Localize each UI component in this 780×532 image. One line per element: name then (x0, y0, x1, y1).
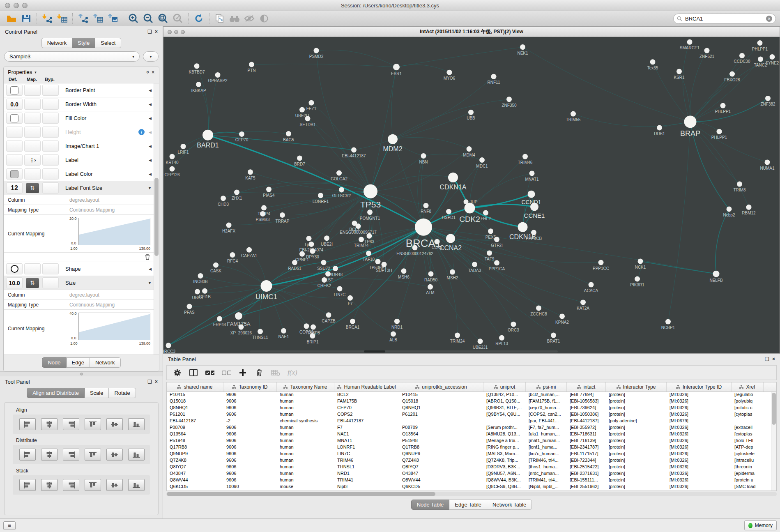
export-image-button[interactable] (105, 12, 120, 25)
align-horizontal-center-button[interactable] (41, 418, 58, 430)
network-node[interactable] (421, 153, 426, 159)
network-node[interactable] (415, 219, 432, 236)
network-node[interactable] (226, 223, 232, 228)
chevron-down-icon[interactable]: ▾ (35, 70, 37, 74)
default-value-cell[interactable] (6, 168, 23, 180)
network-edge[interactable] (393, 76, 494, 139)
default-value-cell[interactable] (6, 113, 23, 124)
continuous-mapping-chart[interactable]: 40.0 0.0 1.00 139.00 (69, 311, 151, 346)
float-panel-icon[interactable]: ❑ (765, 357, 769, 362)
network-node[interactable] (310, 333, 315, 339)
network-node[interactable] (464, 199, 469, 204)
collapse-all-icon[interactable]: « (150, 71, 156, 74)
network-node[interactable] (350, 319, 355, 324)
open-session-button[interactable] (4, 12, 19, 25)
mapping-cell[interactable]: ⇅ (24, 277, 41, 288)
network-node[interactable] (559, 313, 565, 319)
collapse-arrow-icon[interactable]: ◀ (149, 116, 152, 120)
network-node[interactable] (494, 237, 499, 242)
network-node[interactable] (235, 312, 242, 320)
mapping-cell[interactable] (24, 99, 41, 110)
eye-button[interactable] (257, 12, 272, 25)
network-node[interactable] (720, 103, 726, 108)
network-node[interactable] (194, 63, 200, 69)
network-edge[interactable] (396, 64, 449, 72)
network-node[interactable] (336, 170, 342, 176)
info-icon[interactable]: i (138, 129, 145, 135)
network-edge[interactable] (197, 66, 208, 135)
network-edge[interactable] (208, 75, 218, 135)
delete-table-button[interactable] (271, 368, 280, 377)
align-vertical-top-button[interactable] (85, 418, 101, 430)
distribute-horizontal-left-button[interactable] (19, 449, 36, 461)
network-node[interactable] (248, 169, 253, 175)
zoom-in-button[interactable] (126, 12, 141, 25)
mapping-cell[interactable]: ⇅ (24, 182, 41, 193)
network-node[interactable] (446, 209, 451, 214)
network-node[interactable] (401, 268, 407, 274)
export-table-button[interactable] (90, 12, 105, 25)
bypass-cell[interactable] (42, 113, 59, 124)
float-panel-icon[interactable]: ❑ (147, 29, 152, 34)
network-node[interactable] (299, 251, 305, 257)
fx-icon[interactable]: f(x) (288, 368, 297, 377)
bypass-cell[interactable] (42, 99, 59, 110)
column-header[interactable]: uniprot (483, 382, 526, 392)
maximize-window-icon[interactable] (22, 3, 28, 8)
network-node[interactable] (266, 187, 272, 192)
network-node[interactable] (446, 234, 455, 243)
mapping-type-value[interactable]: Continuous Mapping (69, 302, 115, 308)
network-node[interactable] (657, 125, 662, 131)
network-node[interactable] (713, 271, 720, 277)
network-node[interactable] (472, 262, 477, 267)
column-header[interactable]: Taxonomy ID (223, 382, 277, 392)
network-node[interactable] (325, 271, 331, 276)
network-node[interactable] (428, 284, 433, 290)
network-node[interactable] (261, 280, 272, 292)
network-node[interactable] (467, 146, 472, 152)
network-node[interactable] (324, 235, 329, 241)
network-node[interactable] (230, 252, 235, 258)
add-row-button[interactable] (238, 368, 247, 377)
collapse-arrow-icon[interactable]: ◀ (149, 172, 152, 176)
bypass-cell[interactable] (42, 154, 59, 166)
network-node[interactable] (333, 266, 338, 271)
network-node[interactable] (522, 154, 528, 159)
network-edge[interactable] (300, 158, 371, 191)
network-edge[interactable] (393, 137, 469, 149)
network-node[interactable] (638, 258, 643, 264)
table-row[interactable]: Q8IYQ79606humanTHNSL1Q8IYQ7[D3DRV3, B3K.… (167, 464, 776, 471)
column-header[interactable]: psi-mi (526, 382, 567, 392)
style-options-button[interactable]: ▾ (143, 51, 159, 62)
network-node[interactable] (202, 288, 207, 294)
network-node[interactable] (483, 210, 488, 216)
network-node[interactable] (339, 187, 344, 192)
scrollbar-thumb[interactable] (154, 178, 159, 256)
network-node[interactable] (281, 328, 286, 334)
network-node[interactable] (650, 59, 656, 64)
network-edge[interactable] (239, 227, 423, 316)
network-edge[interactable] (573, 114, 690, 127)
network-node[interactable] (450, 269, 455, 275)
network-node[interactable] (261, 205, 267, 210)
properties-scrollbar[interactable] (154, 83, 159, 355)
default-value-cell[interactable]: 10.0 (6, 277, 23, 288)
column-header[interactable]: Human Readable Label (334, 382, 399, 392)
align-vertical-center-button[interactable] (106, 418, 123, 430)
table-row[interactable]: O438479606humanNRD1O43847[Q9NU57, A6N...… (167, 471, 776, 477)
network-node[interactable] (635, 276, 640, 282)
network-node[interactable] (391, 332, 396, 337)
mapping-cell[interactable] (24, 85, 41, 96)
table-row[interactable]: P519489606humanMNAT1P51948[Menage a troi… (167, 438, 776, 444)
network-node[interactable] (318, 193, 323, 198)
network-node[interactable] (311, 325, 316, 330)
default-value-cell[interactable] (6, 127, 23, 138)
network-edge[interactable] (205, 285, 267, 291)
table-horizontal-scrollbar[interactable] (166, 492, 777, 496)
table-row[interactable]: Q8WV449606humanTRIM41Q8WV44[Q8WV44, B3K.… (167, 477, 776, 484)
network-node[interactable] (286, 131, 291, 136)
collapse-arrow-icon[interactable]: ◀ (149, 144, 152, 148)
network-node[interactable] (757, 40, 763, 46)
network-node[interactable] (746, 205, 752, 210)
default-value-cell[interactable] (6, 140, 23, 152)
